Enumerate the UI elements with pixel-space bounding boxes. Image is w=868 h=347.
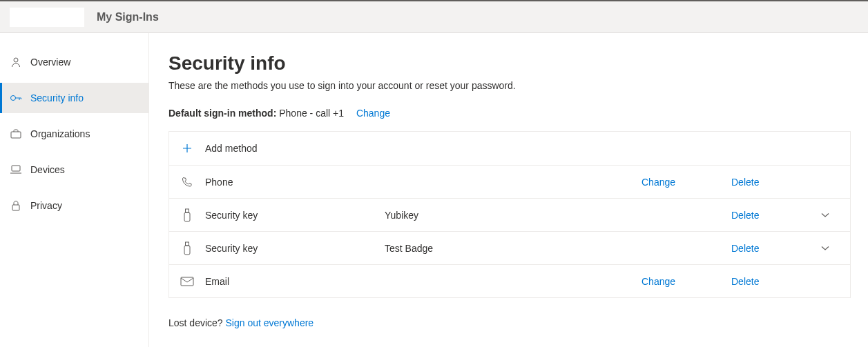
default-method-value: Phone - call +1 bbox=[279, 108, 344, 119]
svg-point-0 bbox=[14, 58, 18, 62]
change-link[interactable]: Change bbox=[642, 276, 731, 287]
svg-rect-2 bbox=[11, 132, 21, 138]
usb-key-icon bbox=[179, 208, 195, 222]
method-name: Security key bbox=[205, 243, 385, 254]
svg-rect-8 bbox=[184, 246, 190, 255]
svg-rect-5 bbox=[186, 209, 189, 212]
chevron-down-icon[interactable] bbox=[821, 246, 840, 251]
method-row-security-key: Security key Test Badge Delete bbox=[169, 231, 850, 264]
sidebar-item-label: Devices bbox=[30, 164, 65, 175]
delete-link[interactable]: Delete bbox=[731, 177, 821, 188]
top-bar: My Sign-Ins bbox=[0, 0, 868, 33]
sidebar-item-privacy[interactable]: Privacy bbox=[0, 190, 148, 221]
delete-link[interactable]: Delete bbox=[731, 210, 821, 221]
method-name: Email bbox=[205, 276, 385, 287]
method-row-email: Email Change Delete bbox=[169, 264, 850, 297]
app-title: My Sign-Ins bbox=[97, 11, 159, 23]
svg-point-1 bbox=[11, 96, 16, 101]
default-signin-method: Default sign-in method: Phone - call +1 … bbox=[168, 108, 868, 119]
laptop-icon bbox=[10, 163, 22, 176]
plus-icon bbox=[179, 141, 195, 155]
mail-icon bbox=[179, 275, 195, 288]
change-link[interactable]: Change bbox=[642, 177, 731, 188]
briefcase-icon bbox=[10, 128, 22, 140]
sign-out-everywhere-link[interactable]: Sign out everywhere bbox=[226, 317, 314, 328]
sidebar-item-devices[interactable]: Devices bbox=[0, 155, 148, 185]
sidebar-item-label: Overview bbox=[30, 57, 70, 68]
sidebar-item-label: Security info bbox=[30, 92, 84, 103]
sidebar-item-label: Organizations bbox=[30, 128, 90, 139]
sidebar-item-security-info[interactable]: Security info bbox=[0, 83, 148, 113]
brand-logo-placeholder bbox=[10, 8, 84, 27]
svg-rect-3 bbox=[12, 166, 20, 171]
usb-key-icon bbox=[179, 241, 195, 255]
method-value: Test Badge bbox=[385, 243, 642, 254]
sidebar: Overview Security info Organizations bbox=[0, 33, 149, 347]
svg-rect-4 bbox=[12, 205, 19, 210]
method-row-phone: Phone Change Delete bbox=[169, 165, 850, 198]
delete-link[interactable]: Delete bbox=[731, 276, 821, 287]
page-description: These are the methods you use to sign in… bbox=[168, 80, 868, 91]
key-icon bbox=[10, 92, 22, 104]
lost-device-line: Lost device? Sign out everywhere bbox=[168, 317, 868, 328]
sidebar-item-label: Privacy bbox=[30, 200, 62, 211]
page-title: Security info bbox=[168, 52, 868, 75]
sidebar-item-overview[interactable]: Overview bbox=[0, 47, 148, 77]
svg-rect-6 bbox=[184, 212, 190, 221]
add-method-button[interactable]: Add method bbox=[169, 132, 850, 165]
methods-panel: Add method Phone Change Delete bbox=[168, 131, 851, 298]
method-row-security-key: Security key Yubikey Delete bbox=[169, 198, 850, 231]
person-icon bbox=[10, 56, 22, 68]
svg-rect-9 bbox=[181, 277, 193, 286]
lost-device-prompt: Lost device? bbox=[168, 317, 223, 328]
add-method-label: Add method bbox=[205, 143, 258, 154]
change-default-method-link[interactable]: Change bbox=[356, 108, 390, 119]
phone-icon bbox=[179, 175, 195, 189]
default-method-label: Default sign-in method: bbox=[168, 108, 276, 119]
sidebar-item-organizations[interactable]: Organizations bbox=[0, 119, 148, 149]
lock-icon bbox=[10, 199, 22, 212]
main-content: Security info These are the methods you … bbox=[149, 33, 868, 347]
delete-link[interactable]: Delete bbox=[731, 243, 821, 254]
method-value: Yubikey bbox=[385, 210, 642, 221]
method-name: Phone bbox=[205, 177, 385, 188]
method-name: Security key bbox=[205, 210, 385, 221]
svg-rect-7 bbox=[186, 242, 189, 246]
chevron-down-icon[interactable] bbox=[821, 212, 840, 218]
